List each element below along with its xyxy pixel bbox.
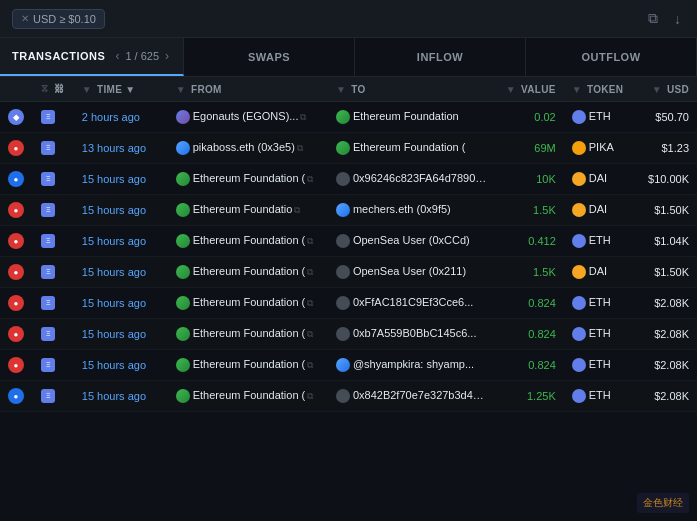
type-cell: ●: [0, 226, 33, 257]
chain-icon: Ξ: [41, 389, 55, 403]
col-time-header[interactable]: ▼ TIME ▼: [74, 77, 168, 102]
usd-cell: $2.08K: [634, 288, 697, 319]
from-copy-icon[interactable]: ⧉: [307, 174, 313, 184]
from-copy-icon[interactable]: ⧉: [307, 391, 313, 401]
to-cell[interactable]: OpenSea User (0x211): [328, 257, 495, 288]
from-cell[interactable]: Ethereum Foundation (⧉: [168, 164, 328, 195]
time-cell: 15 hours ago: [74, 195, 168, 226]
col-usd-label: USD: [667, 84, 689, 95]
to-cell[interactable]: Ethereum Foundation (: [328, 133, 495, 164]
from-copy-icon[interactable]: ⧉: [307, 329, 313, 339]
to-cell[interactable]: 0xb7A559B0BbC145c6...: [328, 319, 495, 350]
tab-inflow[interactable]: INFLOW: [355, 38, 526, 76]
tab-inflow-label: INFLOW: [417, 51, 463, 63]
table-row[interactable]: ● Ξ 15 hours ago Ethereum Foundation (⧉ …: [0, 319, 697, 350]
col-token-header[interactable]: ▼ TOKEN: [564, 77, 635, 102]
col-from-label: FROM: [191, 84, 222, 95]
type-icon: ●: [8, 202, 24, 218]
from-cell[interactable]: Ethereum Foundation (⧉: [168, 226, 328, 257]
token-cell: DAI: [564, 195, 635, 226]
from-copy-icon[interactable]: ⧉: [294, 205, 300, 215]
to-addr-icon: [336, 389, 350, 403]
col-value-header[interactable]: ▼ VALUE: [495, 77, 564, 102]
table-row[interactable]: ● Ξ 15 hours ago Ethereum Foundation (⧉ …: [0, 164, 697, 195]
token-cell: ETH: [564, 381, 635, 412]
token-icon: [572, 265, 586, 279]
to-cell[interactable]: mechers.eth (0x9f5): [328, 195, 495, 226]
from-addr-icon: [176, 203, 190, 217]
from-addr-icon: [176, 234, 190, 248]
from-cell[interactable]: Ethereum Foundation (⧉: [168, 288, 328, 319]
from-copy-icon[interactable]: ⧉: [307, 267, 313, 277]
tab-outflow[interactable]: OUTFLOW: [526, 38, 697, 76]
from-cell[interactable]: pikaboss.eth (0x3e5)⧉: [168, 133, 328, 164]
chain-icon: Ξ: [41, 327, 55, 341]
value-cell: 0.02: [495, 102, 564, 133]
token-icon: [572, 110, 586, 124]
token-cell: ETH: [564, 350, 635, 381]
from-cell[interactable]: Ethereum Foundation (⧉: [168, 257, 328, 288]
type-icon: ●: [8, 295, 24, 311]
to-cell[interactable]: Ethereum Foundation: [328, 102, 495, 133]
chain-icon: Ξ: [41, 234, 55, 248]
to-cell[interactable]: @shyampkira: shyamp...: [328, 350, 495, 381]
chain-icon: Ξ: [41, 203, 55, 217]
to-addr-icon: [336, 358, 350, 372]
from-copy-icon[interactable]: ⧉: [297, 143, 303, 153]
from-addr-icon: [176, 110, 190, 124]
from-addr-icon: [176, 141, 190, 155]
usd-cell: $1.50K: [634, 195, 697, 226]
chain-filter-icon: ⧖: [41, 83, 48, 94]
table-row[interactable]: ● Ξ 15 hours ago Ethereum Foundation (⧉ …: [0, 226, 697, 257]
chain-cell: Ξ: [33, 164, 73, 195]
from-cell[interactable]: Ethereum Foundation (⧉: [168, 350, 328, 381]
chain-icon: Ξ: [41, 172, 55, 186]
table-row[interactable]: ◆ Ξ 2 hours ago Egonauts (EGONS)...⧉ Eth…: [0, 102, 697, 133]
from-cell[interactable]: Ethereum Foundation (⧉: [168, 381, 328, 412]
value-cell: 1.25K: [495, 381, 564, 412]
watermark: 金色财经: [637, 493, 689, 513]
filter-badge[interactable]: ✕ USD ≥ $0.10: [12, 9, 105, 29]
from-copy-icon[interactable]: ⧉: [307, 236, 313, 246]
from-copy-icon[interactable]: ⧉: [300, 112, 306, 122]
to-cell[interactable]: 0x842B2f70e7e327b3d43a...: [328, 381, 495, 412]
token-cell: ETH: [564, 288, 635, 319]
table-header: ⧖ ⛓ ▼ TIME ▼ ▼ FROM ▼ TO ▼ V: [0, 77, 697, 102]
from-cell[interactable]: Ethereum Foundation (⧉: [168, 319, 328, 350]
to-cell[interactable]: OpenSea User (0xCCd): [328, 226, 495, 257]
table-row[interactable]: ● Ξ 15 hours ago Ethereum Foundation (⧉ …: [0, 350, 697, 381]
tab-transactions[interactable]: TRANSACTIONS ‹ 1 / 625 ›: [0, 38, 184, 76]
table-row[interactable]: ● Ξ 15 hours ago Ethereum Foundatio⧉ mec…: [0, 195, 697, 226]
col-to-header[interactable]: ▼ TO: [328, 77, 495, 102]
from-cell[interactable]: Ethereum Foundatio⧉: [168, 195, 328, 226]
table-row[interactable]: ● Ξ 15 hours ago Ethereum Foundation (⧉ …: [0, 257, 697, 288]
value-cell: 0.824: [495, 319, 564, 350]
next-page-button[interactable]: ›: [163, 49, 171, 63]
time-cell: 15 hours ago: [74, 319, 168, 350]
value-cell: 10K: [495, 164, 564, 195]
tab-swaps[interactable]: SWAPS: [184, 38, 355, 76]
col-from-header[interactable]: ▼ FROM: [168, 77, 328, 102]
copy-button[interactable]: ⧉: [644, 8, 662, 29]
table-row[interactable]: ● Ξ 15 hours ago Ethereum Foundation (⧉ …: [0, 288, 697, 319]
chain-cell: Ξ: [33, 226, 73, 257]
type-icon: ●: [8, 171, 24, 187]
col-chain-header: ⧖ ⛓: [33, 77, 73, 102]
time-cell: 15 hours ago: [74, 257, 168, 288]
to-cell[interactable]: 0x96246c823FA64d78909b...: [328, 164, 495, 195]
table-row[interactable]: ● Ξ 15 hours ago Ethereum Foundation (⧉ …: [0, 381, 697, 412]
from-cell[interactable]: Egonauts (EGONS)...⧉: [168, 102, 328, 133]
token-cell: DAI: [564, 164, 635, 195]
chain-icon: Ξ: [41, 141, 55, 155]
to-cell[interactable]: 0xFfAC181C9Ef3Cce6...: [328, 288, 495, 319]
from-copy-icon[interactable]: ⧉: [307, 360, 313, 370]
download-button[interactable]: ↓: [670, 9, 685, 29]
token-cell: DAI: [564, 257, 635, 288]
from-copy-icon[interactable]: ⧉: [307, 298, 313, 308]
col-usd-header[interactable]: ▼ USD: [634, 77, 697, 102]
prev-page-button[interactable]: ‹: [113, 49, 121, 63]
time-sort-icon: ▼: [125, 84, 135, 95]
token-cell: ETH: [564, 226, 635, 257]
close-icon[interactable]: ✕: [21, 13, 29, 24]
table-row[interactable]: ● Ξ 13 hours ago pikaboss.eth (0x3e5)⧉ E…: [0, 133, 697, 164]
